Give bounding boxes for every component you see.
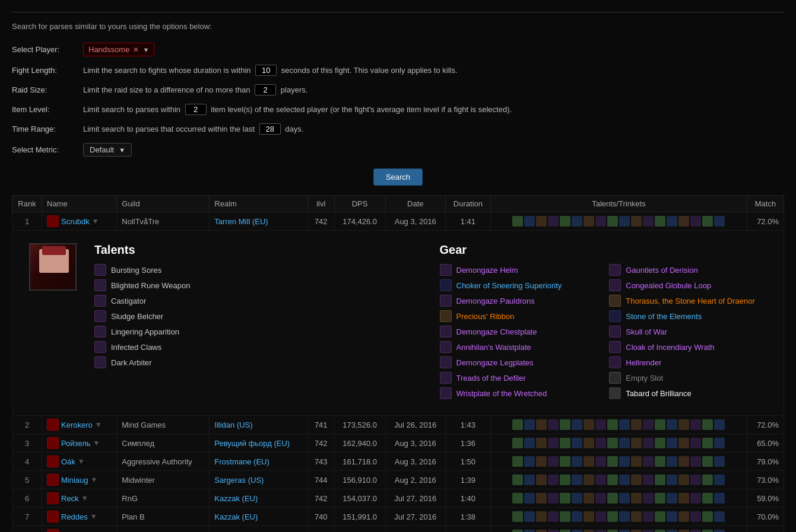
gear-item: Demongaze Chestplate (440, 326, 598, 337)
realm-link[interactable]: Kazzak (EU) (214, 494, 258, 503)
tt-icon (583, 493, 594, 504)
realm-link[interactable]: Frostmane (EU) (214, 457, 269, 466)
player-name-link[interactable]: Kerokero (61, 420, 93, 429)
gear-name[interactable]: Stone of the Elements (626, 312, 702, 321)
talent-name[interactable]: Dark Arbiter (111, 358, 152, 367)
expand-btn[interactable]: ▼ (90, 512, 97, 521)
guild-cell: Симплед (117, 434, 210, 453)
tt-icon (536, 511, 547, 522)
player-class-icon (47, 215, 59, 227)
gear-name[interactable]: Demongaze Legplates (456, 358, 534, 367)
player-dropdown-arrow[interactable]: ▼ (142, 46, 149, 53)
item-level-input[interactable] (185, 104, 207, 115)
realm-link[interactable]: Kazzak (EU) (214, 512, 258, 521)
tt-icon (667, 419, 677, 430)
tt-icon (690, 530, 701, 532)
tt-icon (655, 438, 665, 448)
gear-icon (440, 310, 452, 322)
gear-name[interactable]: Demongaze Chestplate (456, 327, 537, 336)
name-cell: Reddes ▼ (42, 508, 117, 526)
tt-icon (607, 456, 618, 467)
player-name-link[interactable]: Reddes (61, 512, 88, 521)
player-name-link[interactable]: Reck (61, 494, 79, 503)
player-name-link[interactable]: Ройзель (61, 439, 91, 448)
gear-item: Treads of the Defiler (440, 372, 598, 384)
tt-icon (512, 419, 523, 430)
realm-link[interactable]: Illidan (US) (214, 420, 252, 429)
guild-cell: Definition (117, 526, 210, 533)
realm-cell: Blackhand (EU) (210, 526, 308, 533)
tt-icon (536, 216, 547, 227)
gear-name[interactable]: Cloak of Incendiary Wrath (626, 343, 714, 352)
guild-cell: Midwinter (117, 471, 210, 489)
talent-name[interactable]: Castigator (111, 297, 146, 305)
duration-cell: 1:40 (445, 489, 490, 508)
fight-length-input[interactable] (255, 65, 277, 76)
search-button[interactable]: Search (373, 168, 423, 186)
guild-link[interactable]: Plan B (122, 512, 144, 521)
gear-name[interactable]: Demongaze Pauldrons (456, 297, 535, 305)
guild-link[interactable]: Midwinter (122, 476, 155, 485)
expand-btn[interactable]: ▼ (91, 476, 98, 484)
gear-item: Choker of Sneering Superiority (440, 279, 598, 291)
gear-name[interactable]: Annihilan's Waistplate (456, 343, 531, 352)
tt-icon (702, 511, 713, 522)
fight-length-value: Limit the search to fights whose duratio… (83, 65, 458, 76)
realm-link[interactable]: Ревущий фьорд (EU) (214, 439, 290, 448)
raid-size-input[interactable] (255, 84, 276, 95)
gear-name[interactable]: Demongaze Helm (456, 266, 518, 275)
gear-name[interactable]: Skull of War (626, 327, 667, 336)
player-row: Select Player: Handssome ✕ ▼ (12, 43, 784, 56)
realm-cell: Kazzak (EU) (210, 489, 308, 508)
realm-link[interactable]: Tarren Mill (EU) (214, 217, 268, 226)
name-cell: Miniaug ▼ (42, 471, 117, 489)
guild-link[interactable]: RnG (122, 494, 138, 503)
tt-icons (496, 438, 742, 448)
realm-link[interactable]: Sargeras (US) (214, 476, 264, 485)
gear-name[interactable]: Congealed Globule Loop (626, 281, 711, 290)
gear-name[interactable]: Empty Slot (626, 374, 663, 383)
gear-name[interactable]: Hellrender (626, 358, 661, 367)
gear-name[interactable]: Treads of the Defiler (456, 374, 526, 383)
player-class-icon (47, 474, 59, 486)
gear-name[interactable]: Gauntlets of Derision (626, 266, 697, 275)
gear-icon (440, 326, 452, 337)
match-cell: 73.0% (747, 471, 784, 489)
talent-name[interactable]: Blighted Rune Weapon (111, 281, 190, 290)
rank-cell: 8 (12, 526, 42, 533)
expand-btn[interactable]: ▼ (92, 217, 99, 225)
expand-btn[interactable]: ▼ (78, 457, 85, 466)
gear-name[interactable]: Wristplate of the Wretched (456, 389, 547, 398)
gear-name[interactable]: Tabard of Brilliance (626, 389, 692, 398)
guild-link[interactable]: Mind Games (122, 420, 166, 429)
gear-name[interactable]: Precious' Ribbon (456, 312, 515, 321)
talent-name[interactable]: Bursting Sores (111, 266, 161, 275)
guild-link[interactable]: NollTvåTre (122, 217, 159, 226)
talent-icon (94, 341, 106, 353)
time-range-input[interactable] (259, 123, 281, 135)
player-name-link[interactable]: Oák (61, 457, 75, 466)
expand-btn[interactable]: ▼ (95, 420, 102, 429)
talent-name[interactable]: Sludge Belcher (111, 312, 163, 321)
tt-icon (702, 216, 713, 227)
player-remove-btn[interactable]: ✕ (133, 46, 139, 54)
player-name-link[interactable]: Scrubdk (61, 217, 90, 226)
time-range-value: Limit search to parses that occurred wit… (83, 123, 303, 135)
guild-link[interactable]: Aggressive Authority (122, 457, 192, 466)
gear-name[interactable]: Thorasus, the Stone Heart of Draenor (626, 297, 755, 305)
expand-btn[interactable]: ▼ (93, 439, 100, 447)
gear-name[interactable]: Choker of Sneering Superiority (456, 281, 562, 290)
metric-select[interactable]: Default ▼ (83, 143, 132, 157)
talent-name[interactable]: Infected Claws (111, 343, 161, 352)
tt-icon (536, 474, 547, 485)
talents-trinkets-cell (491, 471, 747, 489)
col-match: Match (747, 196, 784, 212)
player-select[interactable]: Handssome ✕ ▼ (83, 43, 154, 56)
rank-cell: 4 (12, 453, 42, 471)
guild-link[interactable]: Симплед (122, 439, 154, 448)
col-guild: Guild (117, 196, 210, 212)
expand-btn[interactable]: ▼ (81, 494, 88, 502)
tt-icon (619, 438, 630, 448)
talent-name[interactable]: Lingering Apparition (111, 327, 179, 336)
player-name-link[interactable]: Miniaug (61, 476, 88, 485)
